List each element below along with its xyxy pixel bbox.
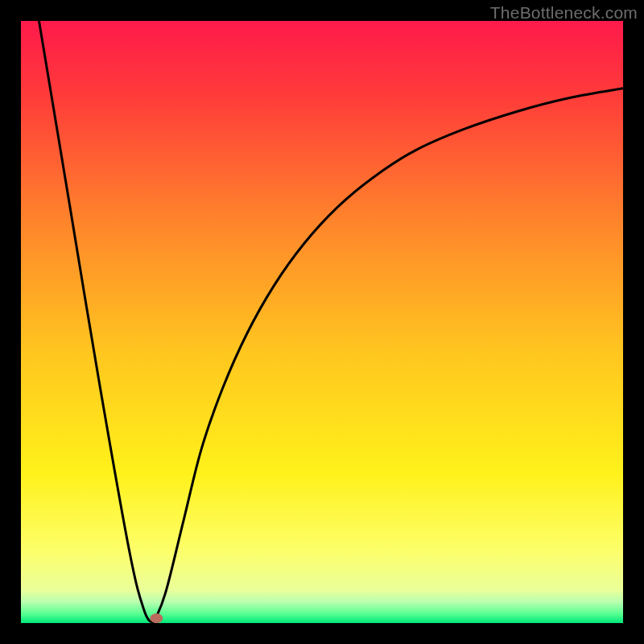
- plot-area: [21, 21, 623, 623]
- chart-frame: TheBottleneck.com: [0, 0, 644, 644]
- watermark-text: TheBottleneck.com: [490, 3, 638, 23]
- gradient-background: [21, 21, 623, 623]
- chart-svg: [21, 21, 623, 623]
- min-marker: [150, 613, 163, 623]
